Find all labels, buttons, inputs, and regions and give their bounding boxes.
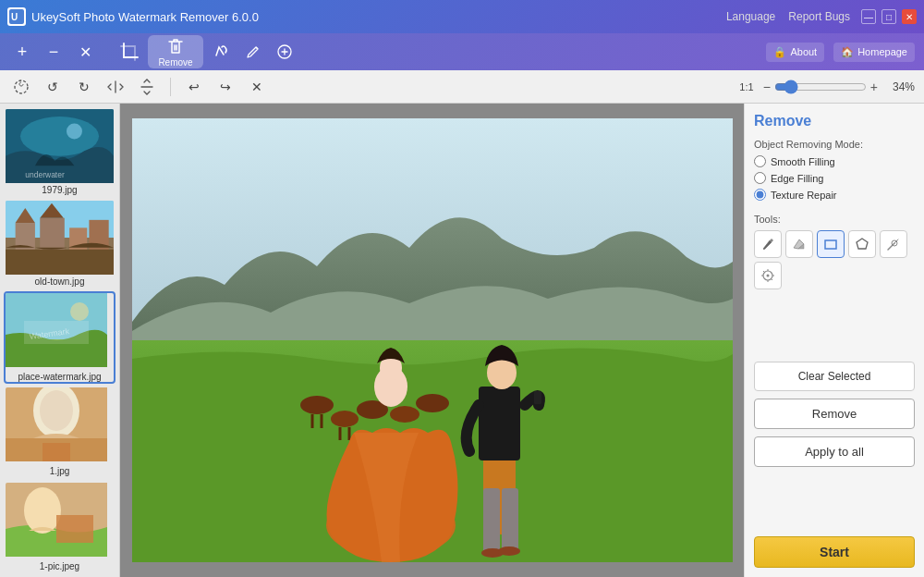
mode-texture-option[interactable]: Texture Repair [754, 189, 915, 201]
flip-h-button[interactable] [103, 75, 128, 99]
zoom-slider[interactable] [774, 80, 867, 94]
zoom-out-button[interactable]: − [763, 80, 771, 94]
remove-button[interactable]: Remove [754, 399, 915, 429]
repair-tool-button[interactable] [272, 39, 298, 65]
svg-rect-11 [40, 218, 65, 252]
add-image-button[interactable]: + [9, 39, 35, 65]
list-item[interactable]: Watermark place-watermark.jpg [4, 291, 116, 384]
mode-radio-group: Smooth Filling Edge Filling Texture Repa… [754, 155, 915, 201]
mode-texture-radio[interactable] [754, 189, 766, 201]
thumbnail-1pic-label: 1-pic.jpeg [6, 559, 114, 573]
list-item[interactable]: old-town.jpg [4, 199, 116, 288]
maximize-button[interactable]: □ [881, 9, 896, 24]
thumbnail-oldtown [6, 201, 114, 275]
eraser-tool-button[interactable] [785, 230, 813, 258]
report-bugs-link[interactable]: Report Bugs [788, 10, 850, 23]
thumbnail-1pic [6, 483, 114, 559]
thumbnail-1-label: 1.jpg [6, 464, 114, 478]
zoom-percent-label: 34% [881, 80, 915, 93]
svg-point-34 [300, 396, 334, 414]
flip-v-button[interactable] [135, 75, 159, 99]
thumbnail-1 [6, 387, 114, 464]
thumbnail-watermark-label: place-watermark.jpg [6, 370, 114, 384]
svg-rect-10 [16, 223, 35, 252]
title-bar-left: U UkeySoft Photo Watermark Remover 6.0.0 [7, 7, 259, 26]
canvas-area[interactable] [120, 104, 744, 577]
redo-button[interactable]: ↪ [213, 75, 237, 99]
toolbar-separator [170, 78, 171, 96]
svg-rect-47 [479, 387, 520, 460]
svg-line-63 [763, 271, 765, 273]
mode-smooth-radio[interactable] [754, 155, 766, 167]
panel-title: Remove [754, 113, 915, 129]
svg-text:U: U [11, 12, 18, 22]
svg-rect-16 [6, 250, 114, 275]
clear-selected-button[interactable]: Clear Selected [754, 362, 915, 391]
pencil-tool-button[interactable] [240, 39, 266, 65]
svg-rect-54 [825, 240, 836, 249]
list-item[interactable]: 1.jpg [4, 386, 116, 478]
crop-tool-button[interactable] [116, 39, 142, 65]
svg-point-35 [331, 411, 359, 427]
close-button[interactable]: ✕ [902, 9, 917, 24]
svg-point-29 [24, 487, 61, 534]
title-bar-right: Language Report Bugs — □ ✕ [726, 9, 917, 24]
rotate-right-button[interactable]: ↻ [72, 75, 96, 99]
zoom-in-button[interactable]: + [870, 80, 878, 94]
mode-texture-label: Texture Repair [771, 190, 837, 201]
svg-rect-26 [43, 443, 70, 461]
remove-image-button[interactable]: − [41, 39, 67, 65]
homepage-button[interactable]: 🏠 Homepage [833, 43, 915, 62]
undo-button[interactable]: ↩ [182, 75, 206, 99]
thumbnail-oldtown-label: old-town.jpg [6, 275, 114, 288]
nav-left: + − ✕ Remove [9, 35, 298, 68]
rotate-left-button[interactable]: ↺ [41, 75, 65, 99]
tab-remove[interactable]: Remove [148, 35, 203, 68]
toolbar: ↺ ↻ ↩ ↪ ✕ 1:1 − + 34% [0, 70, 924, 104]
mode-edge-option[interactable]: Edge Filling [754, 172, 915, 184]
title-bar: U UkeySoft Photo Watermark Remover 6.0.0… [0, 0, 924, 33]
erase-tool-button[interactable] [209, 39, 235, 65]
tools-section: Tools: [754, 214, 915, 289]
svg-point-37 [390, 406, 419, 423]
svg-rect-12 [69, 228, 87, 253]
window-controls: — □ ✕ [861, 9, 917, 24]
main-layout: underwater 1979.jpg [0, 104, 924, 577]
close-image-button[interactable]: ✕ [72, 39, 98, 65]
zoom-controls: 1:1 − + 34% [734, 75, 915, 99]
about-button[interactable]: 🔒 About [766, 43, 824, 62]
nav-right: 🔒 About 🏠 Homepage [766, 43, 915, 62]
apply-to-all-button[interactable]: Apply to all [754, 436, 915, 467]
list-item[interactable]: underwater 1979.jpg [4, 107, 116, 197]
mode-smooth-option[interactable]: Smooth Filling [754, 155, 915, 167]
object-removing-mode-label: Object Removing Mode: [754, 139, 915, 150]
zoom-fit-button[interactable]: 1:1 [734, 75, 759, 99]
magic-wand-button[interactable] [880, 230, 907, 258]
tools-label: Tools: [754, 214, 915, 225]
svg-rect-13 [89, 220, 108, 252]
lasso-button[interactable] [9, 75, 33, 99]
svg-rect-53 [534, 391, 541, 404]
thumbnail-1979-label: 1979.jpg [6, 183, 114, 197]
mode-edge-radio[interactable] [754, 172, 766, 184]
nav-bar: + − ✕ Remove [0, 33, 924, 70]
cancel-button[interactable]: ✕ [245, 75, 269, 99]
thumbnail-watermark: Watermark [6, 293, 114, 370]
svg-point-38 [416, 394, 449, 412]
polygon-tool-button[interactable] [848, 230, 876, 258]
title-bar-links: Language Report Bugs [726, 10, 850, 23]
list-item[interactable]: 1-pic.jpeg [4, 481, 116, 573]
tab-remove-label: Remove [158, 57, 192, 68]
rect-tool-button[interactable] [817, 230, 845, 258]
mode-edge-label: Edge Filling [771, 173, 823, 184]
app-title: UkeySoft Photo Watermark Remover 6.0.0 [31, 10, 259, 24]
brush-tool-button[interactable] [754, 230, 782, 258]
sidebar: underwater 1979.jpg [0, 104, 120, 577]
auto-tool-button[interactable] [754, 262, 782, 289]
svg-point-6 [67, 124, 82, 140]
svg-marker-55 [857, 239, 868, 249]
right-panel: Remove Object Removing Mode: Smooth Fill… [744, 104, 924, 577]
language-link[interactable]: Language [726, 10, 775, 23]
minimize-button[interactable]: — [861, 9, 876, 24]
start-button[interactable]: Start [754, 536, 915, 568]
